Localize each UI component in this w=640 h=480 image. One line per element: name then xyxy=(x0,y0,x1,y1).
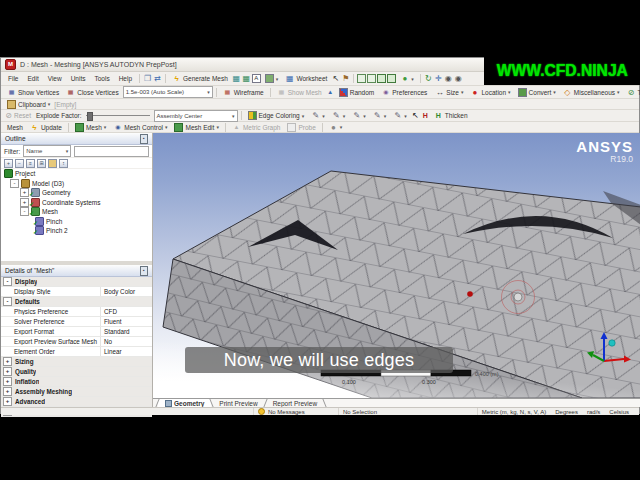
options-button[interactable]: ● ▾ xyxy=(326,122,346,132)
mesh-menu-button[interactable]: Mesh ▾ xyxy=(72,122,109,132)
expand-icon[interactable]: + xyxy=(3,367,12,376)
expand-icon[interactable]: + xyxy=(3,397,12,406)
pin-icon[interactable]: ▪ xyxy=(140,266,148,276)
metric-graph-button[interactable]: ▲ Metric Graph xyxy=(229,122,284,132)
section-plane-icon[interactable]: ▦ xyxy=(242,74,251,83)
collapse-icon[interactable]: - xyxy=(10,179,19,188)
details-section-display[interactable]: -Display xyxy=(1,277,152,287)
collapse-icon[interactable]: - xyxy=(3,297,12,306)
menu-tools[interactable]: Tools xyxy=(90,75,113,82)
status-angular-unit[interactable]: rad/s xyxy=(587,409,600,415)
random-colors-button[interactable]: Random xyxy=(336,86,378,98)
collapse-all-icon[interactable]: − xyxy=(15,159,24,168)
collapse-environments-icon[interactable]: ≡ xyxy=(26,159,35,168)
reset-icon[interactable]: ⊘ xyxy=(4,111,13,120)
mesh-edit-button[interactable]: Mesh Edit ▾ xyxy=(171,122,221,132)
tree-item-coordinate-systems[interactable]: + ✓ Coordinate Systems xyxy=(1,198,152,208)
annotation-icon[interactable]: A xyxy=(252,74,261,83)
tab-print-preview[interactable]: Print Preview xyxy=(212,399,264,407)
miscellaneous-menu-button[interactable]: ◇ Miscellaneous ▾ xyxy=(560,86,623,98)
edge-option-2-button[interactable]: ✎▾ xyxy=(329,110,349,121)
explode-factor-slider[interactable] xyxy=(86,111,150,120)
edge-option-4-button[interactable]: ✎▾ xyxy=(370,110,390,121)
expand-icon[interactable]: + xyxy=(3,387,12,396)
auto-scale-combo[interactable]: 1.5e-003 (Auto Scale) ▾ xyxy=(123,86,213,98)
details-row[interactable]: Export FormatStandard xyxy=(1,327,152,337)
tree-item-geometry[interactable]: + ✓ Geometry xyxy=(1,188,152,198)
location-menu-button[interactable]: ● Location ▾ xyxy=(467,86,513,98)
duplicate-view-icon[interactable] xyxy=(377,74,386,83)
refresh-icon[interactable]: ↻ xyxy=(424,74,433,83)
details-row[interactable]: Solver PreferenceFluent xyxy=(1,317,152,327)
expand-icon[interactable]: + xyxy=(20,188,29,197)
probe-button[interactable]: Probe xyxy=(284,122,318,132)
window-layout-icon[interactable]: ❐ xyxy=(143,74,152,83)
details-section-sizing[interactable]: +Sizing xyxy=(1,357,152,367)
menu-units[interactable]: Units xyxy=(67,75,90,82)
filter-type-combo[interactable]: Name ▾ xyxy=(23,145,71,157)
tree-item-pinch[interactable]: ✓ Pinch xyxy=(1,217,152,227)
expand-models-icon[interactable]: ⊞ xyxy=(37,159,46,168)
update-button[interactable]: ϟ Update xyxy=(27,122,65,132)
close-vertices-button[interactable]: ▦ Close Vertices xyxy=(63,86,122,98)
tree-item-mesh[interactable]: - ✓ Mesh xyxy=(1,207,152,217)
pan-icon[interactable]: ✛ xyxy=(434,74,443,83)
collapse-icon[interactable]: - xyxy=(20,207,29,216)
menu-help[interactable]: Help xyxy=(115,75,136,82)
zoom-out-icon[interactable]: ◉ xyxy=(454,74,463,83)
sort-icon[interactable]: ↕ xyxy=(59,159,68,168)
generate-mesh-button[interactable]: ϟ Generate Mesh xyxy=(169,72,231,85)
details-row[interactable]: Physics PreferenceCFD xyxy=(1,307,152,317)
manage-views-icon[interactable] xyxy=(387,74,396,83)
tree-item-pinch-2[interactable]: ✓ Pinch 2 xyxy=(1,226,152,236)
expand-icon[interactable]: + xyxy=(3,357,12,366)
swap-view-icon[interactable]: ⇄ xyxy=(153,74,162,83)
size-menu-button[interactable]: ↔ Size ▾ xyxy=(432,86,466,98)
details-section-advanced[interactable]: +Advanced xyxy=(1,397,152,407)
show-mesh-button[interactable]: ▦ Show Mesh xyxy=(274,86,325,98)
preferences-button[interactable]: ◉ Preferences xyxy=(378,86,430,98)
worksheet-button[interactable]: ▦ Worksheet xyxy=(282,72,330,85)
thicken-button[interactable]: H Thicken xyxy=(431,110,471,121)
menu-view[interactable]: View xyxy=(44,75,66,82)
zoom-in-icon[interactable]: ◉ xyxy=(444,74,453,83)
menu-file[interactable]: File xyxy=(4,75,22,82)
tree-item-project[interactable]: Project xyxy=(1,169,152,179)
edge-coloring-button[interactable]: Edge Coloring ▾ xyxy=(245,110,308,121)
expand-icon[interactable]: + xyxy=(3,377,12,386)
tree-item-model[interactable]: - Model (D3) xyxy=(1,179,152,189)
wireframe-button[interactable]: ▦ Wireframe xyxy=(220,86,267,98)
h-marker-icon[interactable]: H xyxy=(421,111,430,120)
mesh-grid-icon[interactable]: ▦ xyxy=(232,74,241,83)
direction-arrow-icon[interactable]: ↖ xyxy=(411,111,420,120)
clipboard-button[interactable]: Clipboard ▾ xyxy=(4,99,53,109)
details-section-inflation[interactable]: +Inflation xyxy=(1,377,152,387)
edge-option-5-button[interactable]: ✎▾ xyxy=(390,110,410,121)
show-vertices-button[interactable]: ▦ Show Vertices xyxy=(4,86,62,98)
edge-option-3-button[interactable]: ✎▾ xyxy=(349,110,369,121)
details-section-assembly-meshing[interactable]: +Assembly Meshing xyxy=(1,387,152,397)
details-row[interactable]: Export Preview Surface MeshNo xyxy=(1,337,152,347)
select-cursor-icon[interactable]: ↖ xyxy=(331,74,340,83)
details-row[interactable]: Element OrderLinear xyxy=(1,347,152,357)
expand-all-icon[interactable]: + xyxy=(4,159,13,168)
viewport[interactable]: 0.100 0.300 0.400 (m) ANSYS R19.0 xyxy=(153,133,640,398)
copy-view-icon[interactable] xyxy=(357,74,366,83)
isometric-ball[interactable] xyxy=(609,340,615,346)
status-temperature-unit[interactable]: Celsius xyxy=(609,409,629,415)
filter-search-input[interactable] xyxy=(74,146,149,157)
edge-option-1-button[interactable]: ✎▾ xyxy=(308,110,328,121)
expand-icon[interactable]: + xyxy=(20,198,29,207)
pin-icon[interactable]: ▪ xyxy=(140,134,148,144)
convert-menu-button[interactable]: Convert ▾ xyxy=(515,86,559,98)
tolerances-button[interactable]: ⊘ Tolerances xyxy=(624,86,640,98)
collapse-icon[interactable]: - xyxy=(3,277,12,286)
details-section-defaults[interactable]: -Defaults xyxy=(1,297,152,307)
status-angle-unit[interactable]: Degrees xyxy=(555,409,578,415)
tab-geometry[interactable]: Geometry xyxy=(158,399,211,407)
details-row[interactable]: Display StyleBody Color xyxy=(1,287,152,297)
tab-report-preview[interactable]: Report Preview xyxy=(266,399,324,407)
details-section-quality[interactable]: +Quality xyxy=(1,367,152,377)
worksheet-view-icon[interactable] xyxy=(48,159,57,168)
tag-icon[interactable]: ⚑ xyxy=(341,74,350,83)
